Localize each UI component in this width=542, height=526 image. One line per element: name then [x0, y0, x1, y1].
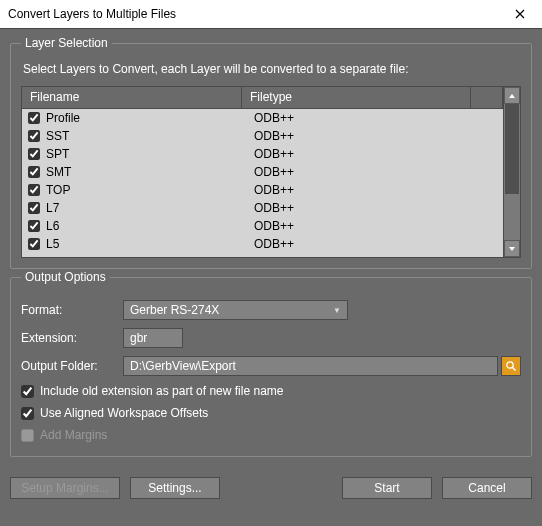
row-checkbox[interactable]	[28, 220, 40, 232]
scroll-up-button[interactable]	[504, 87, 520, 104]
table-row[interactable]: L6ODB++	[22, 217, 503, 235]
format-label: Format:	[21, 303, 123, 317]
output-options-legend: Output Options	[21, 270, 110, 284]
layer-selection-instruction: Select Layers to Convert, each Layer wil…	[23, 62, 521, 76]
format-value: Gerber RS-274X	[130, 303, 219, 317]
start-button[interactable]: Start	[342, 477, 432, 499]
layers-table: Filename Filetype ProfileODB++SSTODB++SP…	[21, 86, 521, 258]
col-filetype[interactable]: Filetype	[242, 87, 471, 108]
table-row[interactable]: SSTODB++	[22, 127, 503, 145]
close-icon	[515, 9, 525, 19]
row-filename: Profile	[46, 111, 254, 125]
row-checkbox[interactable]	[28, 184, 40, 196]
row-checkbox[interactable]	[28, 202, 40, 214]
table-row[interactable]: L5ODB++	[22, 235, 503, 253]
table-row[interactable]: SPTODB++	[22, 145, 503, 163]
scroll-down-button[interactable]	[504, 240, 520, 257]
row-filename: L7	[46, 201, 254, 215]
table-row[interactable]: SMTODB++	[22, 163, 503, 181]
row-filetype: ODB++	[254, 219, 497, 233]
row-checkbox[interactable]	[28, 130, 40, 142]
svg-line-1	[513, 368, 516, 371]
row-filename: L6	[46, 219, 254, 233]
layer-selection-group: Layer Selection Select Layers to Convert…	[10, 43, 532, 269]
add-margins-checkbox: Add Margins	[21, 428, 521, 442]
titlebar: Convert Layers to Multiple Files	[0, 0, 542, 29]
row-filetype: ODB++	[254, 111, 497, 125]
extension-input[interactable]: gbr	[123, 328, 183, 348]
output-folder-input[interactable]: D:\GerbView\Export	[123, 356, 498, 376]
row-filename: SST	[46, 129, 254, 143]
window-title: Convert Layers to Multiple Files	[8, 7, 498, 21]
include-old-extension-checkbox[interactable]: Include old extension as part of new fil…	[21, 384, 521, 398]
button-bar: Setup Margins... Settings... Start Cance…	[0, 467, 542, 499]
output-options-group: Output Options Format: Gerber RS-274X ▼ …	[10, 277, 532, 457]
output-folder-label: Output Folder:	[21, 359, 123, 373]
row-filetype: ODB++	[254, 201, 497, 215]
browse-button[interactable]	[501, 356, 521, 376]
close-button[interactable]	[498, 0, 542, 29]
row-filename: SMT	[46, 165, 254, 179]
format-select[interactable]: Gerber RS-274X ▼	[123, 300, 348, 320]
row-filename: SPT	[46, 147, 254, 161]
row-filename: L5	[46, 237, 254, 251]
settings-button[interactable]: Settings...	[130, 477, 220, 499]
aligned-offsets-checkbox[interactable]: Use Aligned Workspace Offsets	[21, 406, 521, 420]
row-checkbox[interactable]	[28, 166, 40, 178]
dropdown-icon: ▼	[333, 306, 341, 315]
row-checkbox[interactable]	[28, 238, 40, 250]
col-spacer	[471, 87, 503, 108]
row-filename: TOP	[46, 183, 254, 197]
row-filetype: ODB++	[254, 147, 497, 161]
row-filetype: ODB++	[254, 129, 497, 143]
scroll-track[interactable]	[504, 104, 520, 240]
table-row[interactable]: ProfileODB++	[22, 109, 503, 127]
svg-point-0	[507, 362, 513, 368]
row-checkbox[interactable]	[28, 148, 40, 160]
layer-selection-legend: Layer Selection	[21, 36, 112, 50]
row-filetype: ODB++	[254, 165, 497, 179]
extension-label: Extension:	[21, 331, 123, 345]
col-filename[interactable]: Filename	[22, 87, 242, 108]
scroll-thumb[interactable]	[505, 104, 519, 194]
row-checkbox[interactable]	[28, 112, 40, 124]
search-icon	[505, 360, 517, 372]
table-header: Filename Filetype	[22, 87, 503, 109]
cancel-button[interactable]: Cancel	[442, 477, 532, 499]
chevron-up-icon	[508, 92, 516, 100]
chevron-down-icon	[508, 245, 516, 253]
setup-margins-button: Setup Margins...	[10, 477, 120, 499]
row-filetype: ODB++	[254, 183, 497, 197]
table-row[interactable]: TOPODB++	[22, 181, 503, 199]
row-filetype: ODB++	[254, 237, 497, 251]
table-scrollbar[interactable]	[503, 87, 520, 257]
table-row[interactable]: L7ODB++	[22, 199, 503, 217]
